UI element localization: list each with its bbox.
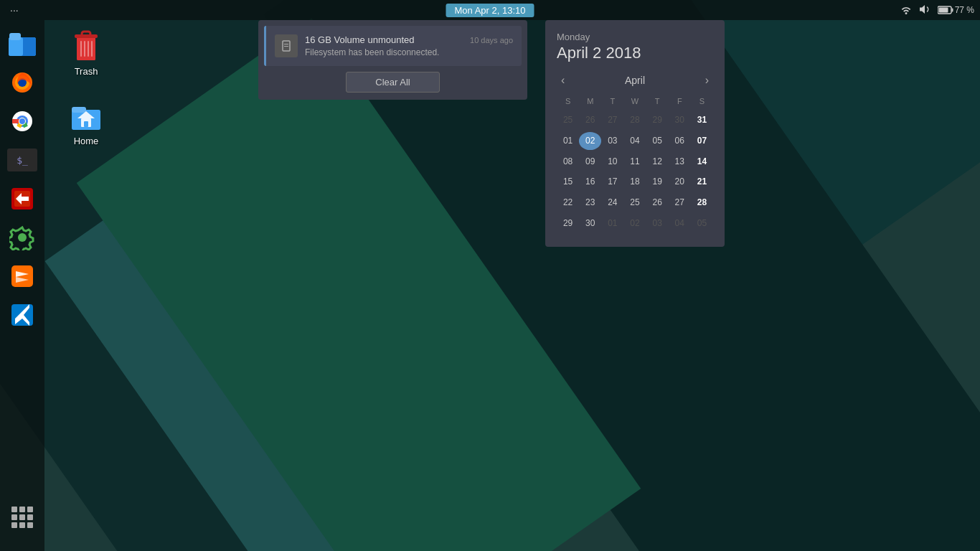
home-label: Home: [74, 136, 99, 146]
calendar-day[interactable]: 27: [669, 194, 691, 212]
notification-time: 10 days ago: [470, 36, 513, 44]
calendar-day[interactable]: 29: [646, 111, 669, 129]
svg-rect-24: [91, 41, 93, 57]
taskbar-item-filezilla[interactable]: [6, 182, 39, 215]
calendar-week: 22232425262728: [557, 194, 713, 212]
calendar-day[interactable]: 26: [579, 111, 601, 129]
datetime-button[interactable]: Mon Apr 2, 13:10: [446, 4, 534, 17]
svg-rect-20: [77, 37, 95, 60]
calendar-day[interactable]: 23: [579, 194, 601, 212]
trash-label: Trash: [75, 66, 98, 77]
calendar-day[interactable]: 14: [691, 153, 713, 171]
calendar-week: 08091011121314: [557, 153, 713, 171]
calendar-day[interactable]: 18: [623, 173, 646, 191]
taskbar-item-files[interactable]: [6, 27, 39, 60]
calendar-day[interactable]: 04: [669, 215, 691, 232]
calendar-day[interactable]: 04: [623, 132, 646, 150]
calendar-day[interactable]: 13: [669, 153, 691, 171]
battery-icon: [938, 6, 953, 14]
taskbar-item-sublime[interactable]: [6, 260, 39, 293]
calendar-month-label: April: [625, 75, 645, 86]
calendar-day[interactable]: 17: [601, 173, 623, 191]
calendar-dow: M: [579, 95, 601, 107]
svg-rect-23: [88, 41, 89, 57]
calendar-day[interactable]: 06: [669, 132, 691, 150]
svg-rect-17: [11, 265, 33, 287]
calendar-day[interactable]: 02: [623, 215, 646, 232]
calendar-day[interactable]: 28: [623, 111, 646, 129]
svg-rect-2: [938, 8, 948, 13]
calendar-day[interactable]: 08: [557, 153, 579, 171]
taskbar-item-firefox[interactable]: [6, 66, 39, 99]
calendar-day[interactable]: 15: [557, 173, 579, 191]
calendar-dow: W: [623, 95, 646, 107]
calendar-day[interactable]: 10: [601, 153, 623, 171]
calendar-day[interactable]: 31: [691, 111, 713, 129]
notification-content: 16 GB Volume unmounted 10 days ago Files…: [305, 34, 513, 57]
svg-point-13: [19, 118, 25, 124]
calendar-day[interactable]: 22: [557, 194, 579, 212]
calendar-day[interactable]: 24: [601, 194, 623, 212]
panel-center: Mon Apr 2, 13:10: [446, 4, 534, 17]
calendar-day[interactable]: 21: [691, 173, 713, 191]
battery-percent: 77 %: [955, 5, 974, 15]
calendar-day[interactable]: 02: [579, 132, 601, 150]
notification-icon-box: [275, 34, 298, 57]
calendar-day[interactable]: 01: [601, 215, 623, 232]
taskbar-item-tools[interactable]: [6, 221, 39, 254]
calendar-date: April 2 2018: [557, 44, 713, 62]
calendar-day[interactable]: 25: [623, 194, 646, 212]
calendar-day[interactable]: 28: [691, 194, 713, 212]
calendar-prev-button[interactable]: ‹: [557, 72, 569, 88]
calendar-next-button[interactable]: ›: [701, 72, 713, 88]
calendar-day-name: Monday: [557, 32, 713, 42]
svg-rect-1: [951, 9, 953, 12]
calendar-day[interactable]: 07: [691, 132, 713, 150]
calendar-day[interactable]: 01: [557, 132, 579, 150]
svg-rect-29: [72, 107, 86, 113]
app-drawer-button[interactable]: [6, 501, 39, 534]
calendar-dow: T: [601, 95, 623, 107]
calendar-panel: Monday April 2 2018 ‹ April › SMTWTFS 25…: [545, 20, 725, 247]
calendar-day[interactable]: 19: [646, 173, 669, 191]
volume-icon: [919, 4, 930, 17]
calendar-day[interactable]: 26: [646, 194, 669, 212]
calendar-day[interactable]: 29: [557, 215, 579, 232]
calendar-day[interactable]: 12: [646, 153, 669, 171]
calendar-day[interactable]: 05: [691, 215, 713, 232]
calendar-week: 25262728293031: [557, 111, 713, 129]
calendar-day[interactable]: 27: [601, 111, 623, 129]
taskbar-item-chrome[interactable]: [6, 105, 39, 138]
svg-rect-21: [80, 41, 82, 57]
calendar-dow: T: [646, 95, 669, 107]
calendar-day[interactable]: 03: [601, 132, 623, 150]
calendar-day[interactable]: 05: [646, 132, 669, 150]
calendar-day[interactable]: 30: [579, 215, 601, 232]
calendar-day[interactable]: 11: [623, 153, 646, 171]
svg-point-16: [18, 233, 27, 242]
taskbar-item-terminal[interactable]: $_: [6, 143, 39, 176]
desktop-icon-home[interactable]: Home: [57, 98, 115, 146]
calendar-day[interactable]: 30: [669, 111, 691, 129]
calendar-week: 01020304050607: [557, 132, 713, 150]
calendar-dow: S: [557, 95, 579, 107]
svg-rect-22: [84, 41, 85, 57]
desktop-icons: Trash Home: [57, 29, 115, 146]
calendar-dow: S: [691, 95, 713, 107]
calendar-day[interactable]: 03: [646, 215, 669, 232]
calendar-day[interactable]: 09: [579, 153, 601, 171]
clear-all-button[interactable]: Clear All: [346, 72, 439, 93]
calendar-day[interactable]: 25: [557, 111, 579, 129]
panel-left: ···: [6, 3, 23, 17]
notification-panel: 16 GB Volume unmounted 10 days ago Files…: [258, 20, 527, 100]
panel-menu-dots[interactable]: ···: [6, 3, 23, 17]
top-panel: ··· Mon Apr 2, 13:10 77 %: [0, 0, 980, 20]
desktop-icon-trash[interactable]: Trash: [57, 29, 115, 77]
home-icon: [69, 98, 103, 133]
calendar-day[interactable]: 20: [669, 173, 691, 191]
svg-rect-35: [284, 46, 288, 47]
notification-title-row: 16 GB Volume unmounted 10 days ago: [305, 34, 513, 45]
calendar-day[interactable]: 16: [579, 173, 601, 191]
svg-rect-6: [9, 33, 21, 40]
taskbar-item-vscode[interactable]: [6, 298, 39, 331]
